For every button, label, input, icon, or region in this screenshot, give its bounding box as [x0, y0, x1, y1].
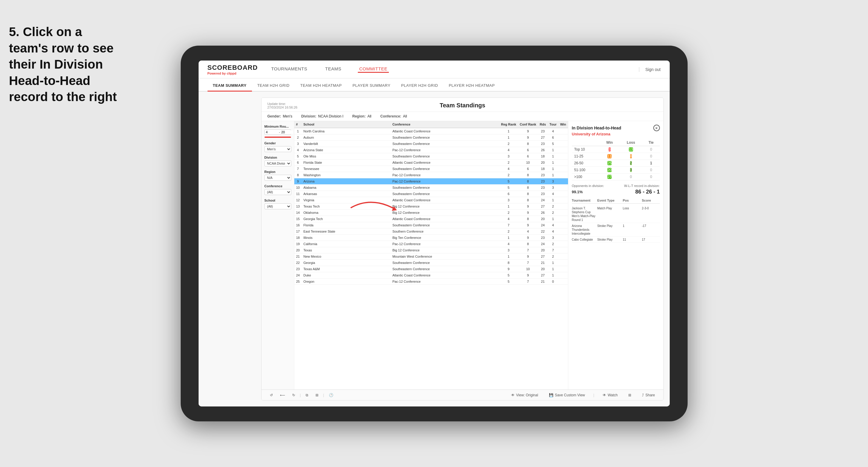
paste-button[interactable]: ⊞	[313, 392, 321, 398]
cell-conference: Big Ten Conference	[391, 235, 499, 241]
nav-teams[interactable]: TEAMS	[323, 66, 343, 73]
table-row[interactable]: 2 Auburn Southeastern Conference 1 9 27 …	[294, 134, 568, 141]
tournament-pos: 1	[623, 224, 641, 236]
share-button[interactable]: ⤴ Share	[640, 392, 657, 398]
min-rounds-min-input[interactable]	[266, 130, 278, 134]
tournament-name: Jackson T. Stephens Cup Men's Match-Play…	[572, 206, 596, 222]
sub-nav-player-h2h-grid[interactable]: PLAYER H2H GRID	[396, 80, 443, 92]
layout-button[interactable]: ⊞	[626, 392, 633, 398]
cell-rds: 20	[538, 160, 548, 166]
h2h-close-button[interactable]: ×	[653, 125, 660, 131]
conference-select[interactable]: (All)	[265, 189, 291, 195]
table-row[interactable]: 17 East Tennessee State Southern Confere…	[294, 228, 568, 235]
share-icon: ⤴	[642, 393, 644, 397]
cell-win	[558, 147, 568, 153]
cell-win	[558, 204, 568, 210]
undo-button[interactable]: ↺	[268, 392, 275, 398]
view-original-button[interactable]: 👁 View: Original	[509, 392, 540, 398]
sub-nav-team-summary[interactable]: TEAM SUMMARY	[208, 80, 252, 92]
table-row[interactable]: 10 Alabama Southeastern Conference 5 8 2…	[294, 185, 568, 191]
table-row[interactable]: 3 Vanderbilt Southeastern Conference 2 8…	[294, 141, 568, 147]
cell-rds: 20	[538, 216, 548, 222]
cell-reg-rank: 2	[499, 160, 518, 166]
cell-tour: 1	[548, 172, 558, 178]
division-select[interactable]: NCAA Division I	[265, 160, 291, 166]
table-row[interactable]: 1 North Carolina Atlantic Coast Conferen…	[294, 128, 568, 134]
save-custom-button[interactable]: 💾 Save Custom View	[547, 392, 587, 398]
cell-win	[558, 279, 568, 285]
col-reg-rank: Reg Rank	[499, 121, 518, 128]
sub-nav-team-h2h-heatmap[interactable]: TEAM H2H HEATMAP	[295, 80, 347, 92]
cell-win	[558, 260, 568, 266]
save-icon: 💾	[549, 393, 553, 397]
table-row[interactable]: 20 Texas Big 12 Conference 3 7 20 7	[294, 247, 568, 253]
cell-rds: 24	[538, 197, 548, 204]
cell-tour: 3	[548, 178, 558, 185]
cell-conf-rank: 9	[518, 222, 538, 228]
table-row[interactable]: 15 Georgia Tech Atlantic Coast Conferenc…	[294, 216, 568, 222]
tournament-type: Stroke Play	[597, 238, 622, 242]
watch-button[interactable]: 👁 Watch	[600, 392, 620, 398]
cell-rank: 13	[294, 204, 302, 210]
tournament-score: 17	[642, 238, 660, 242]
gender-select[interactable]: Men's	[265, 146, 291, 152]
table-row[interactable]: 18 Illinois Big Ten Conference 1 9 23 3	[294, 235, 568, 241]
copy-button[interactable]: ⧉	[303, 392, 311, 398]
table-row[interactable]: 7 Tennessee Southeastern Conference 4 6 …	[294, 166, 568, 172]
school-select[interactable]: (All)	[265, 204, 291, 209]
cell-conf-rank: 6	[518, 153, 538, 160]
cell-conference: Pac-12 Conference	[391, 279, 499, 285]
table-row[interactable]: 13 Texas Tech Big 12 Conference 1 9 27 2	[294, 204, 568, 210]
table-row[interactable]: 25 Oregon Pac-12 Conference 5 7 21 0	[294, 279, 568, 285]
table-row[interactable]: 8 Washington Pac-12 Conference 2 8 23 1	[294, 172, 568, 178]
cell-school: North Carolina	[302, 128, 391, 134]
nav-tournaments[interactable]: TOURNAMENTS	[270, 66, 309, 73]
cell-tour: 2	[548, 210, 558, 216]
sub-nav-player-summary[interactable]: PLAYER SUMMARY	[347, 80, 396, 92]
cell-rds: 27	[538, 134, 548, 141]
table-row[interactable]: 22 Georgia Southeastern Conference 8 7 2…	[294, 260, 568, 266]
cell-tour: 7	[548, 247, 558, 253]
cell-rds: 23	[538, 141, 548, 147]
table-row[interactable]: 19 California Pac-12 Conference 4 8 24 2	[294, 241, 568, 247]
sign-out-button[interactable]: Sign out	[639, 67, 660, 72]
cell-reg-rank: 1	[499, 253, 518, 260]
table-row[interactable]: 23 Texas A&M Southeastern Conference 9 1…	[294, 266, 568, 272]
sub-nav-player-h2h-heatmap[interactable]: PLAYER H2H HEATMAP	[443, 80, 500, 92]
table-row[interactable]: 16 Florida Southeastern Conference 7 9 2…	[294, 222, 568, 228]
table-row[interactable]: 9 Arizona Pac-12 Conference 5 8 23 3	[294, 178, 568, 185]
table-row[interactable]: 21 New Mexico Mountain West Conference 1…	[294, 253, 568, 260]
rounds-slider[interactable]	[265, 136, 291, 138]
table-row[interactable]: 12 Virginia Atlantic Coast Conference 3 …	[294, 197, 568, 204]
table-row[interactable]: 14 Oklahoma Big 12 Conference 2 9 26 2	[294, 210, 568, 216]
table-row[interactable]: 5 Ole Miss Southeastern Conference 3 6 1…	[294, 153, 568, 160]
h2h-tie: 0	[642, 174, 659, 180]
annotation-text: 5. Click on a team's row to see their In…	[9, 24, 122, 105]
h2h-label: Top 10	[572, 146, 600, 153]
table-row[interactable]: 24 Duke Atlantic Coast Conference 5 9 27…	[294, 272, 568, 279]
sidebar-filters: Minimum Rou... - Gender	[261, 121, 294, 390]
conference-filter-group: Conference (All)	[265, 184, 291, 195]
redo-button[interactable]: ↻	[290, 392, 298, 398]
cell-win	[558, 241, 568, 247]
cell-conference: Southeastern Conference	[391, 141, 499, 147]
cell-conf-rank: 9	[518, 134, 538, 141]
cell-rank: 10	[294, 185, 302, 191]
nav-committee[interactable]: COMMITTEE	[358, 66, 389, 73]
cell-win	[558, 141, 568, 147]
table-row[interactable]: 4 Arizona State Pac-12 Conference 4 6 26…	[294, 147, 568, 153]
region-select[interactable]: N/A	[265, 175, 291, 181]
cell-conference: Atlantic Coast Conference	[391, 216, 499, 222]
cell-rank: 20	[294, 247, 302, 253]
min-rounds-max-input[interactable]	[281, 130, 293, 134]
cell-reg-rank: 1	[499, 235, 518, 241]
clock-button[interactable]: 🕐	[327, 392, 336, 398]
cell-reg-rank: 1	[499, 134, 518, 141]
table-row[interactable]: 11 Arkansas Southeastern Conference 6 8 …	[294, 191, 568, 197]
table-row[interactable]: 6 Florida State Atlantic Coast Conferenc…	[294, 160, 568, 166]
cell-reg-rank: 4	[499, 241, 518, 247]
redo-step-back[interactable]: ⟵	[278, 392, 287, 398]
sub-nav-team-h2h-grid[interactable]: TEAM H2H GRID	[252, 80, 295, 92]
h2h-loss: 3	[619, 167, 642, 174]
tournament-name: Arizona Thunderbirds Intercollegiate	[572, 224, 596, 236]
